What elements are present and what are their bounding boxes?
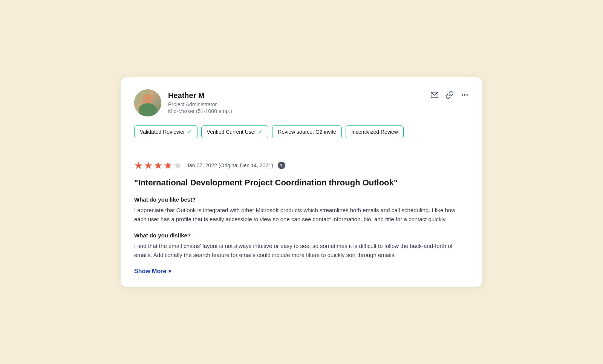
question-2-text: I find that the email chains' layout is … (134, 242, 469, 260)
star-1: ★ (134, 160, 143, 171)
reviewer-title: Project Administrator (168, 101, 232, 107)
show-more-button[interactable]: Show More ▾ (134, 268, 469, 275)
review-date: Jan 07, 2022 (Original Dec 14, 2021) (187, 162, 273, 168)
question-1-text: I appreciate that Outlook is integrated … (134, 206, 469, 224)
reviewer-section: Heather M Project Administrator Mid-Mark… (121, 77, 482, 149)
star-rating: ★ ★ ★ ★ ★ (134, 160, 182, 171)
badge-list: Validated Reviewer ✓ Verified Current Us… (134, 125, 469, 138)
question-1-label: What do you like best? (134, 196, 469, 203)
more-options-button[interactable] (461, 91, 469, 99)
badge-label: Validated Reviewer (140, 129, 185, 135)
reviewer-company: Mid-Market (51-1000 emp.) (168, 108, 232, 114)
reviewer-info: Heather M Project Administrator Mid-Mark… (134, 89, 232, 116)
link-button[interactable] (445, 91, 454, 99)
header-actions (430, 89, 469, 99)
svg-point-3 (467, 95, 467, 95)
badge-incentivized: Incentivized Review (346, 125, 404, 138)
badge-label: Incentivized Review (351, 129, 398, 135)
svg-point-2 (464, 95, 465, 95)
check-icon: ✓ (187, 129, 192, 135)
chevron-down-icon: ▾ (168, 268, 171, 274)
reviewer-name: Heather M (168, 91, 232, 100)
review-card: Heather M Project Administrator Mid-Mark… (121, 77, 482, 287)
badge-label: Verified Current User (207, 129, 256, 135)
badge-label: Review source: G2 invite (278, 129, 336, 135)
badge-review-source: Review source: G2 invite (272, 125, 342, 138)
reviewer-header: Heather M Project Administrator Mid-Mark… (134, 89, 469, 116)
badge-validated-reviewer: Validated Reviewer ✓ (134, 125, 197, 138)
review-section: ★ ★ ★ ★ ★ Jan 07, 2022 (Original Dec 14,… (121, 149, 482, 287)
show-more-label: Show More (134, 268, 166, 275)
email-button[interactable] (430, 91, 439, 99)
check-icon: ✓ (258, 129, 263, 135)
review-meta: ★ ★ ★ ★ ★ Jan 07, 2022 (Original Dec 14,… (134, 160, 469, 171)
star-5: ★ (173, 160, 182, 171)
question-2-label: What do you dislike? (134, 232, 469, 239)
star-2: ★ (144, 160, 153, 171)
star-3: ★ (154, 160, 162, 171)
review-title: "International Development Project Coord… (134, 177, 469, 188)
avatar (134, 89, 161, 116)
help-icon[interactable]: ? (278, 162, 285, 169)
badge-verified-user: Verified Current User ✓ (201, 125, 269, 138)
reviewer-details: Heather M Project Administrator Mid-Mark… (168, 91, 232, 114)
svg-point-1 (462, 95, 462, 95)
star-4: ★ (164, 160, 172, 171)
